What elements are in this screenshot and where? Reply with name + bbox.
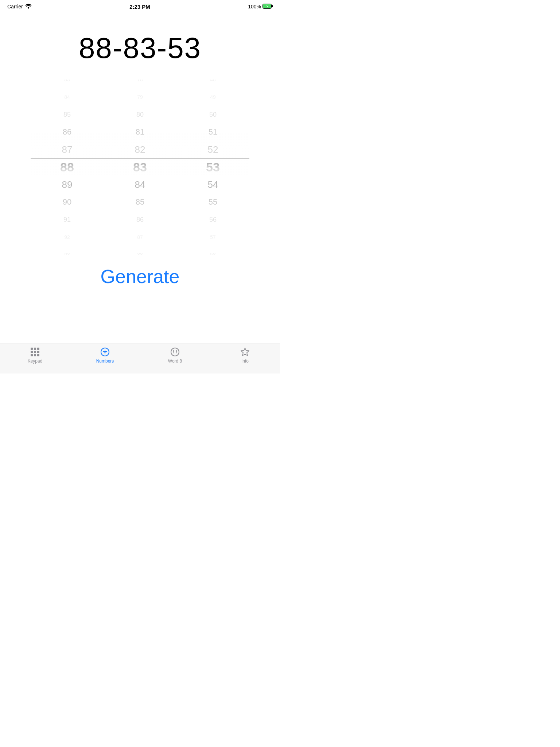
numbers-icon: [100, 347, 110, 357]
picker-item: 87: [104, 229, 176, 245]
picker-item: 56: [176, 211, 249, 228]
info-star-icon: [240, 347, 250, 357]
tab-info-label: Info: [241, 359, 249, 364]
svg-rect-6: [31, 351, 33, 353]
tab-word-label: Word 8: [168, 359, 182, 364]
picker-item: 86: [104, 211, 176, 228]
picker-col-1[interactable]: 7980818283848586878889909192939495969798: [31, 80, 104, 255]
picker-item: 57: [176, 229, 249, 245]
picker-col-2[interactable]: 7475767778798081828384858687888990919293: [104, 80, 176, 255]
picker-item: 53: [176, 158, 249, 176]
picker-item: 82: [104, 141, 176, 158]
tab-bar: Keypad Numbers Word 8 I: [0, 344, 280, 374]
picker-item: 84: [104, 176, 176, 193]
picker-item: 85: [104, 193, 176, 211]
picker-item: 54: [176, 176, 249, 193]
time-display: 2:23 PM: [129, 4, 150, 10]
svg-point-13: [171, 348, 179, 356]
tab-info[interactable]: Info: [210, 347, 280, 364]
svg-rect-7: [34, 351, 36, 353]
picker-item: 79: [104, 89, 176, 105]
picker-item: 83: [104, 158, 176, 176]
svg-rect-9: [31, 354, 33, 356]
picker-item: 92: [31, 229, 104, 245]
picker-item: 55: [176, 193, 249, 211]
number-picker[interactable]: 7980818283848586878889909192939495969798…: [31, 76, 249, 258]
picker-item: 88: [104, 247, 176, 255]
picker-item: 89: [31, 176, 104, 193]
picker-item: 88: [31, 158, 104, 176]
picker-col-3[interactable]: 4445464748495051525354555657585960616263: [176, 80, 249, 255]
picker-item: 91: [31, 211, 104, 228]
word-icon: [170, 347, 180, 357]
picker-item: 48: [176, 80, 249, 88]
tab-numbers-label: Numbers: [96, 359, 114, 364]
svg-rect-10: [34, 354, 36, 356]
picker-item: 51: [176, 123, 249, 141]
picker-item: 85: [31, 106, 104, 123]
picker-item: 78: [104, 80, 176, 88]
wifi-icon: [25, 4, 32, 10]
status-bar: Carrier 2:23 PM 100%: [0, 0, 280, 13]
picker-line-top: [31, 158, 249, 159]
tab-word[interactable]: Word 8: [140, 347, 210, 364]
picker-item: 87: [31, 141, 104, 158]
svg-rect-11: [37, 354, 39, 356]
svg-rect-4: [34, 348, 36, 350]
tab-keypad[interactable]: Keypad: [0, 347, 70, 364]
picker-item: 58: [176, 247, 249, 255]
svg-rect-3: [31, 348, 33, 350]
picker-item: 81: [104, 123, 176, 141]
tab-numbers[interactable]: Numbers: [70, 347, 140, 364]
status-right: 100%: [248, 4, 273, 10]
picker-item: 84: [31, 89, 104, 105]
picker-item: 90: [31, 193, 104, 211]
picker-item: 52: [176, 141, 249, 158]
carrier-label: Carrier: [7, 4, 23, 9]
picker-item: 50: [176, 106, 249, 123]
battery-percent: 100%: [248, 4, 261, 9]
picker-item: 80: [104, 106, 176, 123]
battery-icon: [262, 4, 273, 10]
status-left: Carrier: [7, 4, 32, 10]
main-number-display: 88-83-53: [0, 13, 280, 76]
tab-keypad-label: Keypad: [28, 359, 43, 364]
svg-rect-2: [272, 5, 273, 7]
keypad-icon: [30, 347, 40, 357]
picker-item: 93: [31, 247, 104, 255]
svg-rect-5: [37, 348, 39, 350]
generate-button[interactable]: Generate: [0, 258, 280, 298]
svg-point-12: [104, 351, 106, 353]
picker-item: 49: [176, 89, 249, 105]
picker-line-bottom: [31, 176, 249, 176]
svg-rect-8: [37, 351, 39, 353]
picker-item: 86: [31, 123, 104, 141]
svg-marker-14: [241, 348, 249, 356]
picker-item: 83: [31, 80, 104, 88]
